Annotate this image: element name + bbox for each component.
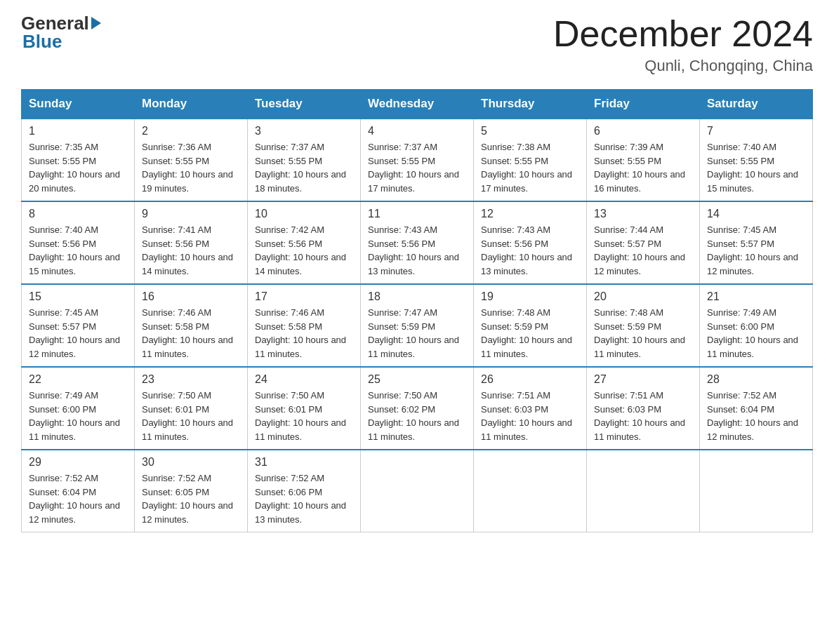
day-info: Sunrise: 7:43 AM Sunset: 5:56 PM Dayligh…: [368, 223, 466, 278]
sunrise-label: Sunrise: 7:51 AM: [594, 390, 663, 401]
day-info: Sunrise: 7:49 AM Sunset: 6:00 PM Dayligh…: [29, 389, 127, 443]
daylight-label: Daylight: 10 hours and 11 minutes.: [368, 417, 459, 442]
logo: General Blue: [21, 14, 103, 53]
sunset-label: Sunset: 6:00 PM: [29, 404, 96, 415]
daylight-label: Daylight: 10 hours and 11 minutes.: [255, 417, 346, 442]
col-tuesday: Tuesday: [248, 90, 361, 119]
day-info: Sunrise: 7:40 AM Sunset: 5:56 PM Dayligh…: [29, 223, 127, 278]
day-info: Sunrise: 7:35 AM Sunset: 5:55 PM Dayligh…: [29, 140, 127, 195]
daylight-label: Daylight: 10 hours and 14 minutes.: [142, 252, 233, 276]
daylight-label: Daylight: 10 hours and 13 minutes.: [255, 500, 346, 525]
sunrise-label: Sunrise: 7:38 AM: [481, 142, 550, 152]
sunset-label: Sunset: 5:55 PM: [29, 156, 96, 166]
day-number: 4: [368, 125, 466, 137]
day-number: 27: [594, 373, 692, 386]
sunset-label: Sunset: 5:58 PM: [142, 321, 209, 332]
sunrise-label: Sunrise: 7:37 AM: [368, 142, 437, 152]
col-saturday: Saturday: [700, 90, 813, 119]
day-number: 10: [255, 208, 353, 220]
calendar-day-cell: 28 Sunrise: 7:52 AM Sunset: 6:04 PM Dayl…: [700, 367, 813, 450]
day-number: 6: [594, 125, 692, 137]
sunrise-label: Sunrise: 7:46 AM: [142, 307, 211, 318]
sunrise-label: Sunrise: 7:43 AM: [481, 224, 550, 235]
sunrise-label: Sunrise: 7:52 AM: [142, 473, 211, 483]
sunset-label: Sunset: 5:55 PM: [481, 156, 548, 166]
sunrise-label: Sunrise: 7:42 AM: [255, 224, 324, 235]
daylight-label: Daylight: 10 hours and 11 minutes.: [481, 335, 572, 359]
calendar-header-row: Sunday Monday Tuesday Wednesday Thursday…: [22, 90, 813, 119]
sunrise-label: Sunrise: 7:50 AM: [368, 390, 437, 401]
sunset-label: Sunset: 6:01 PM: [255, 404, 322, 415]
day-info: Sunrise: 7:46 AM Sunset: 5:58 PM Dayligh…: [142, 306, 240, 361]
col-monday: Monday: [135, 90, 248, 119]
sunset-label: Sunset: 5:56 PM: [142, 239, 209, 249]
sunrise-label: Sunrise: 7:45 AM: [29, 307, 98, 318]
calendar-week-row: 1 Sunrise: 7:35 AM Sunset: 5:55 PM Dayli…: [22, 119, 813, 201]
daylight-label: Daylight: 10 hours and 11 minutes.: [594, 335, 685, 359]
page-header: General Blue December 2024 Qunli, Chongq…: [21, 14, 813, 75]
calendar-day-cell: 6 Sunrise: 7:39 AM Sunset: 5:55 PM Dayli…: [587, 119, 700, 201]
day-info: Sunrise: 7:43 AM Sunset: 5:56 PM Dayligh…: [481, 223, 579, 278]
day-info: Sunrise: 7:52 AM Sunset: 6:06 PM Dayligh…: [255, 471, 353, 526]
sunrise-label: Sunrise: 7:36 AM: [142, 142, 211, 152]
day-info: Sunrise: 7:47 AM Sunset: 5:59 PM Dayligh…: [368, 306, 466, 361]
sunrise-label: Sunrise: 7:40 AM: [707, 142, 776, 152]
sunset-label: Sunset: 6:02 PM: [368, 404, 435, 415]
day-info: Sunrise: 7:39 AM Sunset: 5:55 PM Dayligh…: [594, 140, 692, 195]
sunset-label: Sunset: 5:56 PM: [368, 239, 435, 249]
sunrise-label: Sunrise: 7:39 AM: [594, 142, 663, 152]
sunset-label: Sunset: 6:04 PM: [707, 404, 774, 415]
daylight-label: Daylight: 10 hours and 12 minutes.: [29, 335, 120, 359]
daylight-label: Daylight: 10 hours and 11 minutes.: [368, 335, 459, 359]
calendar-day-cell: 14 Sunrise: 7:45 AM Sunset: 5:57 PM Dayl…: [700, 201, 813, 284]
sunrise-label: Sunrise: 7:49 AM: [29, 390, 98, 401]
calendar-day-cell: [700, 450, 813, 532]
daylight-label: Daylight: 10 hours and 11 minutes.: [594, 417, 685, 442]
daylight-label: Daylight: 10 hours and 11 minutes.: [29, 417, 120, 442]
sunset-label: Sunset: 6:03 PM: [594, 404, 661, 415]
col-friday: Friday: [587, 90, 700, 119]
calendar-day-cell: 31 Sunrise: 7:52 AM Sunset: 6:06 PM Dayl…: [248, 450, 361, 532]
sunset-label: Sunset: 5:55 PM: [255, 156, 322, 166]
day-info: Sunrise: 7:40 AM Sunset: 5:55 PM Dayligh…: [707, 140, 805, 195]
sunset-label: Sunset: 5:57 PM: [707, 239, 774, 249]
calendar-day-cell: 8 Sunrise: 7:40 AM Sunset: 5:56 PM Dayli…: [22, 201, 135, 284]
sunrise-label: Sunrise: 7:37 AM: [255, 142, 324, 152]
day-number: 1: [29, 125, 127, 137]
sunrise-label: Sunrise: 7:50 AM: [255, 390, 324, 401]
sunrise-label: Sunrise: 7:52 AM: [255, 473, 324, 483]
sunrise-label: Sunrise: 7:48 AM: [481, 307, 550, 318]
calendar-day-cell: [361, 450, 474, 532]
sunset-label: Sunset: 5:59 PM: [368, 321, 435, 332]
sunset-label: Sunset: 5:56 PM: [255, 239, 322, 249]
day-info: Sunrise: 7:46 AM Sunset: 5:58 PM Dayligh…: [255, 306, 353, 361]
calendar-day-cell: 11 Sunrise: 7:43 AM Sunset: 5:56 PM Dayl…: [361, 201, 474, 284]
day-info: Sunrise: 7:42 AM Sunset: 5:56 PM Dayligh…: [255, 223, 353, 278]
sunset-label: Sunset: 5:57 PM: [594, 239, 661, 249]
day-number: 11: [368, 208, 466, 220]
daylight-label: Daylight: 10 hours and 15 minutes.: [707, 169, 798, 194]
day-number: 3: [255, 125, 353, 137]
calendar-day-cell: 2 Sunrise: 7:36 AM Sunset: 5:55 PM Dayli…: [135, 119, 248, 201]
sunset-label: Sunset: 5:55 PM: [707, 156, 774, 166]
calendar-day-cell: 26 Sunrise: 7:51 AM Sunset: 6:03 PM Dayl…: [474, 367, 587, 450]
calendar-week-row: 15 Sunrise: 7:45 AM Sunset: 5:57 PM Dayl…: [22, 284, 813, 367]
daylight-label: Daylight: 10 hours and 12 minutes.: [29, 500, 120, 525]
sunrise-label: Sunrise: 7:52 AM: [29, 473, 98, 483]
day-info: Sunrise: 7:37 AM Sunset: 5:55 PM Dayligh…: [255, 140, 353, 195]
calendar-day-cell: 1 Sunrise: 7:35 AM Sunset: 5:55 PM Dayli…: [22, 119, 135, 201]
day-number: 23: [142, 373, 240, 386]
sunrise-label: Sunrise: 7:52 AM: [707, 390, 776, 401]
day-number: 19: [481, 290, 579, 303]
day-info: Sunrise: 7:49 AM Sunset: 6:00 PM Dayligh…: [707, 306, 805, 361]
daylight-label: Daylight: 10 hours and 11 minutes.: [142, 335, 233, 359]
calendar-week-row: 22 Sunrise: 7:49 AM Sunset: 6:00 PM Dayl…: [22, 367, 813, 450]
sunset-label: Sunset: 5:57 PM: [29, 321, 96, 332]
calendar-day-cell: 20 Sunrise: 7:48 AM Sunset: 5:59 PM Dayl…: [587, 284, 700, 367]
calendar-day-cell: 7 Sunrise: 7:40 AM Sunset: 5:55 PM Dayli…: [700, 119, 813, 201]
day-number: 13: [594, 208, 692, 220]
sunrise-label: Sunrise: 7:41 AM: [142, 224, 211, 235]
calendar-week-row: 8 Sunrise: 7:40 AM Sunset: 5:56 PM Dayli…: [22, 201, 813, 284]
calendar-day-cell: 15 Sunrise: 7:45 AM Sunset: 5:57 PM Dayl…: [22, 284, 135, 367]
day-number: 2: [142, 125, 240, 137]
